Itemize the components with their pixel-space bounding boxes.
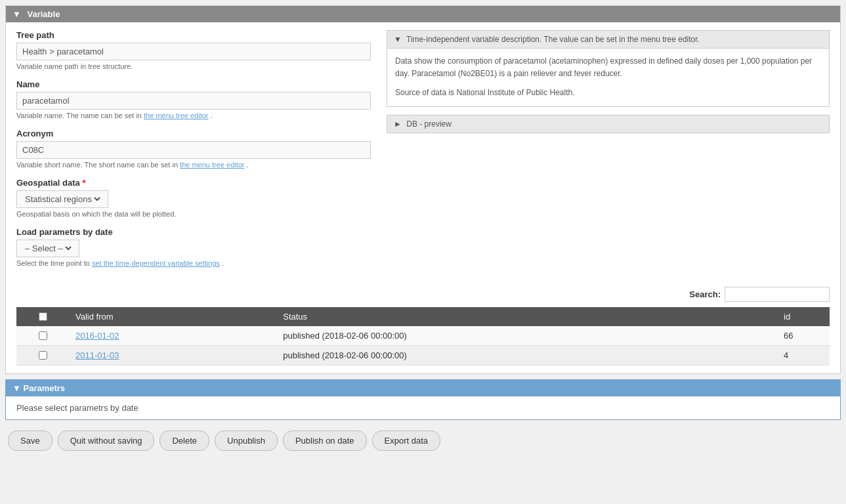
table-header: Valid from Status id [16, 307, 830, 326]
name-hint-after: . [211, 112, 213, 119]
select-all-checkbox[interactable] [39, 312, 47, 321]
parameters-header[interactable]: ▼ Parametrs [6, 380, 840, 396]
quit-button[interactable]: Quit without saving [58, 430, 155, 451]
name-input[interactable] [16, 92, 371, 110]
variable-section-content: Tree path Variable name path in tree str… [6, 22, 840, 284]
acronym-hint: Variable short name. The short name can … [16, 161, 371, 169]
acronym-hint-before: Variable short name. The short name can … [16, 161, 178, 169]
variable-section-title: Variable [28, 9, 60, 19]
description-box: ▼ Time-independent variable description.… [387, 30, 830, 107]
table-cell-id: 4 [777, 346, 830, 366]
name-group: Name Variable name. The name can be set … [16, 79, 371, 119]
load-params-select-wrapper[interactable]: – Select – [16, 240, 79, 257]
description-header-text: Time-independent variable description. T… [406, 35, 700, 44]
name-hint-before: Variable name. The name can be set in [16, 112, 142, 119]
table-row: 2016-01-02published (2018-02-06 00:00:00… [16, 326, 830, 346]
table-body: 2016-01-02published (2018-02-06 00:00:00… [16, 326, 830, 366]
parameters-content: Please select parametrs by date [6, 396, 840, 419]
parameters-section: ▼ Parametrs Please select parametrs by d… [5, 379, 841, 420]
name-hint-link[interactable]: the menu tree editor [144, 112, 208, 119]
button-bar: Save Quit without saving Delete Unpublis… [5, 425, 841, 456]
db-preview-box: ► DB - preview [387, 115, 830, 133]
acronym-hint-link[interactable]: the menu tree editor [180, 161, 244, 169]
tree-path-hint: Variable name path in tree structure. [16, 62, 371, 70]
load-params-group: Load parametrs by date – Select – Select… [16, 227, 371, 267]
tree-path-group: Tree path Variable name path in tree str… [16, 30, 371, 70]
geospatial-select-wrapper[interactable]: Statistical regions [16, 190, 108, 208]
db-preview-header[interactable]: ► DB - preview [387, 116, 829, 133]
geospatial-select[interactable]: Statistical regions [22, 194, 102, 205]
data-table: Valid from Status id 2016-01-02published… [16, 307, 830, 366]
table-cell-checkbox [16, 326, 69, 346]
valid-from-link[interactable]: 2016-01-02 [75, 331, 119, 341]
table-col-id: id [777, 307, 830, 326]
table-col-valid-from: Valid from [69, 307, 276, 326]
description-content: Data show the consumption of paracetamol… [387, 49, 829, 106]
geospatial-group: Geospatial data * Statistical regions Ge… [16, 178, 371, 218]
table-cell-status: published (2018-02-06 00:00:00) [276, 346, 777, 366]
db-preview-title: DB - preview [406, 119, 452, 129]
table-row: 2011-01-03published (2018-02-06 00:00:00… [16, 346, 830, 366]
row-0-checkbox[interactable] [39, 331, 47, 340]
export-data-button[interactable]: Export data [372, 430, 441, 451]
table-cell-checkbox [16, 346, 69, 366]
description-triangle: ▼ [394, 35, 402, 44]
search-row: Search: [16, 284, 830, 302]
name-hint: Variable name. The name can be set in th… [16, 112, 371, 119]
table-col-checkbox [16, 307, 69, 326]
load-params-label: Load parametrs by date [16, 227, 371, 237]
search-label: Search: [689, 289, 721, 299]
load-params-hint-link[interactable]: set the time-dependent variable settings [92, 259, 220, 267]
tree-path-label: Tree path [16, 30, 371, 40]
search-input[interactable] [725, 287, 830, 302]
variable-left-column: Tree path Variable name path in tree str… [16, 30, 371, 276]
geospatial-hint: Geospatial basis on which the data will … [16, 210, 371, 218]
tree-path-input[interactable] [16, 43, 371, 60]
save-button[interactable]: Save [8, 430, 53, 451]
acronym-input[interactable] [16, 141, 371, 159]
table-area: Search: Valid from Status id [6, 284, 840, 373]
geospatial-required: * [82, 178, 85, 188]
parameters-title: Parametrs [24, 383, 66, 393]
table-cell-valid-from: 2016-01-02 [69, 326, 276, 346]
publish-on-date-button[interactable]: Publish on date [283, 430, 367, 451]
name-label: Name [16, 79, 371, 89]
acronym-group: Acronym Variable short name. The short n… [16, 129, 371, 169]
description-paragraph1: Data show the consumption of paracetamol… [395, 55, 821, 80]
geospatial-label: Geospatial data * [16, 178, 371, 188]
table-cell-status: published (2018-02-06 00:00:00) [276, 326, 777, 346]
variable-right-column: ▼ Time-independent variable description.… [387, 30, 830, 276]
table-header-row: Valid from Status id [16, 307, 830, 326]
description-paragraph2: Source of data is National Institute of … [395, 87, 821, 99]
delete-button[interactable]: Delete [159, 430, 209, 451]
acronym-hint-after: . [247, 161, 249, 169]
valid-from-link[interactable]: 2011-01-03 [75, 350, 119, 360]
variable-collapse-triangle: ▼ [12, 9, 21, 19]
db-preview-triangle: ► [394, 119, 402, 129]
row-1-checkbox[interactable] [39, 351, 47, 360]
variable-section: ▼ Variable Tree path Variable name path … [5, 5, 841, 374]
parameters-message: Please select parametrs by date [16, 403, 138, 413]
table-col-status: Status [276, 307, 777, 326]
description-header[interactable]: ▼ Time-independent variable description.… [387, 31, 829, 49]
parameters-triangle: ▼ [12, 383, 21, 393]
load-params-hint: Select the time point to set the time-de… [16, 259, 371, 267]
table-cell-id: 66 [777, 326, 830, 346]
unpublish-button[interactable]: Unpublish [215, 430, 278, 451]
acronym-label: Acronym [16, 129, 371, 138]
load-params-select[interactable]: – Select – [22, 243, 74, 254]
load-params-hint-after: . [222, 259, 224, 267]
variable-section-header[interactable]: ▼ Variable [6, 6, 840, 22]
table-cell-valid-from: 2011-01-03 [69, 346, 276, 366]
load-params-hint-before: Select the time point to [16, 259, 90, 267]
